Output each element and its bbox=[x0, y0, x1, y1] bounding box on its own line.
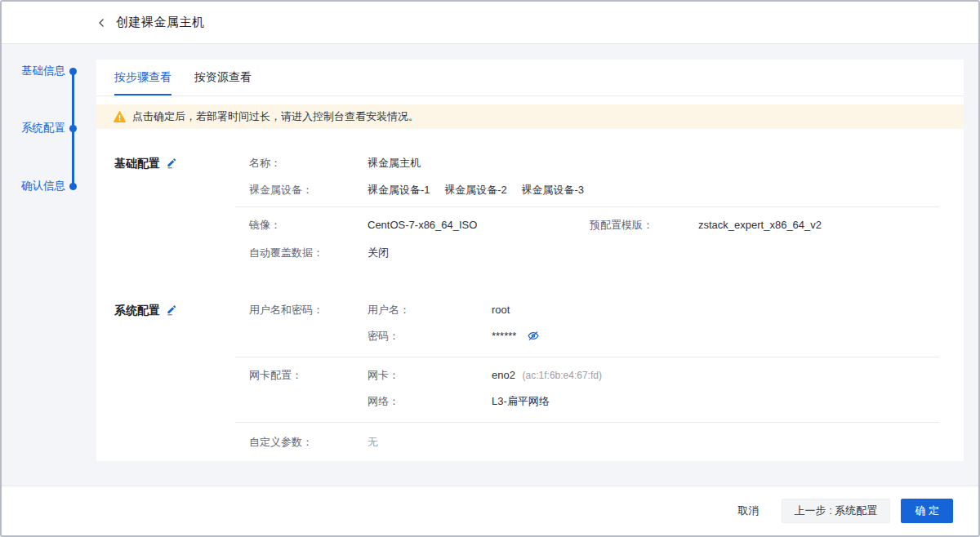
step-system-config[interactable]: 系统配置 bbox=[21, 122, 65, 135]
username-label: 用户名： bbox=[368, 302, 410, 318]
username-value: root bbox=[492, 302, 510, 318]
devices-label: 裸金属设备： bbox=[249, 182, 313, 198]
name-label: 名称： bbox=[249, 155, 281, 171]
nic-config-label: 网卡配置： bbox=[249, 367, 302, 384]
custom-params-value: 无 bbox=[368, 434, 378, 450]
chevron-left-icon bbox=[96, 17, 107, 29]
nic-value: eno2 (ac:1f:6b:e4:67:fd) bbox=[492, 367, 602, 384]
image-label: 镜像： bbox=[249, 217, 281, 233]
nic-name: eno2 bbox=[492, 369, 515, 381]
page-title: 创建裸金属主机 bbox=[116, 15, 205, 30]
footer-action-bar: 取消 上一步 : 系统配置 确 定 bbox=[2, 486, 978, 535]
warning-text: 点击确定后，若部署时间过长，请进入控制台查看安装情况。 bbox=[132, 109, 419, 124]
page-header: 创建裸金属主机 bbox=[2, 2, 978, 44]
template-value: zstack_expert_x86_64_v2 bbox=[698, 217, 822, 233]
nic-mac-address: (ac:1f:6b:e4:67:fd) bbox=[523, 370, 602, 381]
previous-step-button[interactable]: 上一步 : 系统配置 bbox=[782, 499, 891, 523]
back-button[interactable] bbox=[96, 17, 107, 29]
password-masked: ****** bbox=[492, 330, 516, 342]
eye-invisible-icon[interactable] bbox=[527, 330, 540, 342]
credentials-label: 用户名和密码： bbox=[249, 302, 323, 318]
devices-values: 裸金属设备-1 裸金属设备-2 裸金属设备-3 bbox=[368, 182, 595, 198]
field-row-username: 用户名和密码： 用户名： root bbox=[96, 302, 964, 318]
network-value: L3-扁平网络 bbox=[492, 393, 550, 410]
device-item-2: 裸金属设备-2 bbox=[444, 184, 507, 196]
wizard-stepper: 基础信息 系统配置 确认信息 bbox=[2, 60, 88, 202]
nic-label: 网卡： bbox=[368, 367, 399, 384]
warning-banner: 点击确定后，若部署时间过长，请进入控制台查看安装情况。 bbox=[96, 104, 964, 129]
field-row-name: 名称： 裸金属主机 bbox=[96, 155, 964, 171]
step-confirm-info[interactable]: 确认信息 bbox=[21, 180, 65, 193]
tab-view-by-resource[interactable]: 按资源查看 bbox=[194, 59, 252, 95]
step-basic-info[interactable]: 基础信息 bbox=[21, 64, 65, 78]
divider bbox=[235, 357, 939, 357]
field-row-custom-params: 自定义参数： 无 bbox=[96, 434, 964, 450]
confirm-panel: 按步骤查看 按资源查看 点击确定后，若部署时间过长，请进入控制台查看安装情况。 … bbox=[96, 60, 964, 461]
overwrite-value: 关闭 bbox=[368, 245, 389, 261]
field-row-devices: 裸金属设备： 裸金属设备-1 裸金属设备-2 裸金属设备-3 bbox=[96, 182, 964, 198]
create-baremetal-host-page: 创建裸金属主机 基础信息 系统配置 确认信息 按步骤查看 按资源查看 点击确定后… bbox=[0, 0, 980, 537]
template-label: 预配置模版： bbox=[590, 217, 653, 233]
step-dot-confirm bbox=[69, 183, 77, 190]
warning-triangle-icon bbox=[114, 111, 126, 122]
password-value: ****** bbox=[492, 328, 540, 344]
field-row-image: 镜像： CentOS-7-x86_64_ISO 预配置模版： zstack_ex… bbox=[96, 217, 964, 233]
step-dot-basic bbox=[69, 68, 77, 75]
overwrite-label: 自动覆盖数据： bbox=[249, 245, 323, 261]
field-row-password: 密码： ****** bbox=[96, 328, 964, 344]
name-value: 裸金属主机 bbox=[368, 155, 421, 171]
custom-params-label: 自定义参数： bbox=[249, 434, 313, 450]
field-row-overwrite: 自动覆盖数据： 关闭 bbox=[96, 245, 964, 261]
divider bbox=[235, 422, 939, 423]
network-label: 网络： bbox=[368, 393, 399, 410]
field-row-nic: 网卡配置： 网卡： eno2 (ac:1f:6b:e4:67:fd) bbox=[96, 367, 964, 384]
step-dot-system bbox=[69, 125, 77, 132]
view-tabs: 按步骤查看 按资源查看 bbox=[96, 60, 964, 96]
confirm-button[interactable]: 确 定 bbox=[901, 499, 953, 523]
password-label: 密码： bbox=[368, 328, 399, 344]
device-item-3: 裸金属设备-3 bbox=[521, 184, 584, 196]
image-value: CentOS-7-x86_64_ISO bbox=[368, 217, 477, 233]
field-row-network: 网络： L3-扁平网络 bbox=[96, 393, 964, 410]
cancel-button[interactable]: 取消 bbox=[738, 504, 760, 518]
device-item-1: 裸金属设备-1 bbox=[368, 184, 430, 196]
tab-view-by-step[interactable]: 按步骤查看 bbox=[114, 59, 172, 95]
divider bbox=[235, 206, 939, 207]
